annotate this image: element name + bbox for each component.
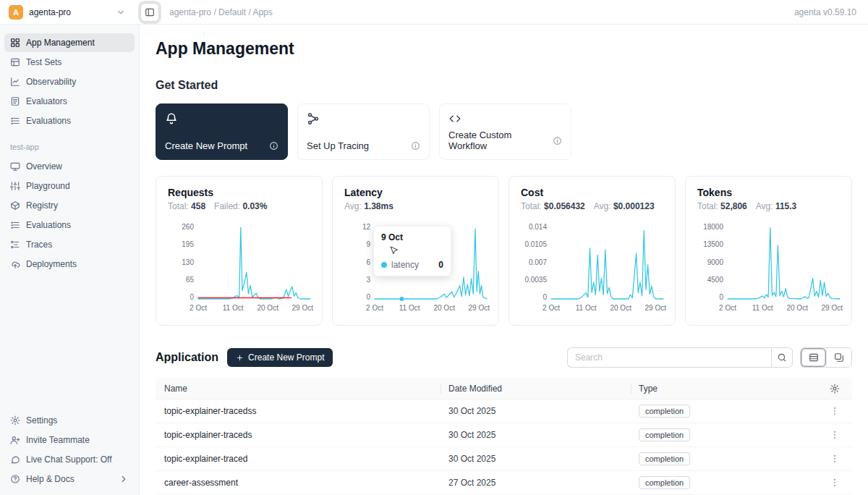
checklist-icon (10, 116, 20, 126)
code-icon (448, 112, 461, 125)
stat-card-cost: Cost Total: $0.056432 Avg: $0.000123 0.0… (509, 176, 676, 326)
y-axis-labels: 260195130650 (168, 223, 194, 301)
ellipsis-icon (830, 454, 840, 464)
column-header-type[interactable]: Type (639, 378, 817, 399)
stat-subtitle: Total: 458 Failed: 0.03% (168, 201, 310, 211)
stat-pair: Avg: $0.000123 (594, 201, 655, 211)
card-view-button[interactable] (826, 348, 851, 367)
table-row[interactable]: topic-explainer-traced 30 Oct 2025 compl… (156, 447, 852, 471)
application-header: Application Create New Prompt (156, 347, 852, 368)
x-axis-labels: 2 Oct11 Oct20 Oct29 Oct (728, 304, 840, 314)
sidebar-item-evaluators[interactable]: Evaluators (4, 92, 135, 111)
search-button[interactable] (771, 347, 793, 368)
clipboard-icon (10, 96, 20, 106)
create-new-prompt-card[interactable]: Create New Prompt (156, 103, 288, 160)
stat-title: Requests (168, 187, 310, 198)
sliders-icon (10, 181, 20, 191)
stat-pair: Total: $0.056432 (521, 201, 585, 211)
sidebar-item-help-docs[interactable]: Help & Docs (4, 470, 135, 488)
stat-pair: Total: 458 (168, 201, 205, 211)
table-view-button[interactable] (801, 348, 826, 367)
applications-table: Name Date Modified Type topic-explainer-… (156, 378, 852, 495)
help-icon (10, 474, 20, 484)
tokens-chart[interactable]: 1800013500900045000 2 Oct11 Oct20 Oct29 … (697, 223, 840, 314)
sidebar-item-observability[interactable]: Observability (4, 72, 135, 91)
sidebar-item-test-sets[interactable]: Test Sets (4, 53, 135, 72)
cloud-icon (10, 259, 20, 269)
stat-label: Total: (521, 201, 542, 211)
sidebar-item-label: Traces (26, 240, 52, 250)
stat-pair: Total: 52,806 (697, 201, 747, 211)
table-settings-button[interactable] (827, 381, 843, 397)
stat-title: Latency (344, 187, 487, 198)
stat-value: 52,806 (720, 201, 747, 211)
chevron-right-icon (119, 474, 129, 484)
table-row[interactable]: career-assessment 27 Oct 2025 completion (156, 471, 852, 495)
sidebar-item-app-management[interactable]: App Management (4, 33, 135, 52)
info-icon[interactable] (269, 141, 278, 151)
stat-label: Avg: (594, 201, 611, 211)
plus-icon (236, 354, 244, 362)
user-add-icon (10, 435, 20, 445)
workspace-name: agenta-pro (29, 7, 71, 17)
sidebar-item-label: Registry (26, 200, 58, 211)
sidebar-item-label: Overview (26, 161, 62, 172)
create-new-prompt-button[interactable]: Create New Prompt (227, 348, 333, 367)
type-badge: completion (639, 476, 690, 489)
stat-subtitle: Total: $0.056432 Avg: $0.000123 (521, 201, 663, 211)
chart-plot: 2 Oct11 Oct20 Oct29 Oct (728, 223, 840, 314)
sidebar-item-deployments[interactable]: Deployments (4, 255, 135, 274)
tree-icon (10, 240, 20, 250)
row-name: topic-explainer-tracedss (156, 406, 448, 416)
sidebar-item-live-chat[interactable]: Live Chat Support: Off (4, 450, 135, 469)
sidebar-item-label: Evaluations (26, 116, 71, 126)
stat-label: Total: (697, 201, 718, 211)
type-badge: completion (639, 428, 690, 441)
sidebar-toggle-button[interactable] (140, 3, 159, 22)
y-axis-labels: 0.0140.01050.0070.00350 (521, 223, 547, 301)
cost-chart[interactable]: 0.0140.01050.0070.00350 2 Oct11 Oct20 Oc… (521, 223, 663, 314)
set-up-tracing-card[interactable]: Set Up Tracing (297, 103, 430, 160)
column-header-date-modified[interactable]: Date Modified (448, 378, 639, 399)
search-area (567, 347, 852, 368)
sidebar-item-evaluations[interactable]: Evaluations (4, 111, 135, 130)
get-started-cards: Create New Prompt Set Up Tracing Create … (156, 103, 852, 160)
row-date-modified: 27 Oct 2025 (448, 478, 639, 488)
info-icon[interactable] (553, 136, 562, 145)
row-name: career-assessment (156, 478, 448, 488)
row-actions-button[interactable] (827, 403, 843, 419)
sidebar-item-overview[interactable]: Overview (4, 157, 135, 176)
y-axis-labels: 129630 (344, 223, 370, 301)
sidebar-item-traces[interactable]: Traces (4, 235, 135, 254)
row-date-modified: 30 Oct 2025 (448, 430, 639, 440)
row-actions-button[interactable] (827, 475, 843, 491)
sidebar-item-registry[interactable]: Registry (4, 196, 135, 215)
row-actions-button[interactable] (827, 427, 843, 443)
sidebar-item-invite-teammate[interactable]: Invite Teammate (4, 431, 135, 449)
grid-icon (10, 38, 20, 48)
table-row[interactable]: topic-explainer-tracedss 30 Oct 2025 com… (156, 399, 852, 423)
search-input[interactable] (567, 347, 771, 368)
package-icon (10, 200, 20, 211)
x-axis-labels: 2 Oct11 Oct20 Oct29 Oct (198, 304, 310, 314)
table-row[interactable]: topic-explainer-traceds 30 Oct 2025 comp… (156, 423, 852, 447)
sidebar-item-playground[interactable]: Playground (4, 177, 135, 195)
row-actions-button[interactable] (827, 451, 843, 467)
sidebar-item-settings[interactable]: Settings (4, 411, 135, 430)
sidebar: App Management Test Sets Observability E… (0, 25, 140, 495)
sidebar-item-label: App Management (26, 38, 95, 48)
stat-value: 1.38ms (364, 201, 393, 211)
info-icon[interactable] (411, 141, 420, 151)
sidebar-item-app-evaluations[interactable]: Evaluations (4, 216, 135, 234)
workspace-selector[interactable]: A agenta-pro (0, 5, 135, 20)
breadcrumb[interactable]: agenta-pro / Default / Apps (169, 7, 273, 17)
requests-chart[interactable]: 260195130650 2 Oct11 Oct20 Oct29 Oct (168, 223, 310, 314)
create-custom-workflow-card[interactable]: Create Custom Workflow (439, 103, 571, 160)
version-label: agenta v0.59.10 (794, 7, 856, 17)
stat-pair: Avg: 1.38ms (344, 201, 393, 211)
desktop-icon (10, 161, 20, 172)
column-header-name[interactable]: Name (156, 378, 448, 399)
app-root: A agenta-pro agenta-pro / Default / Apps… (0, 0, 868, 495)
stat-label: Avg: (756, 201, 773, 211)
get-started-heading: Get Started (156, 79, 852, 92)
